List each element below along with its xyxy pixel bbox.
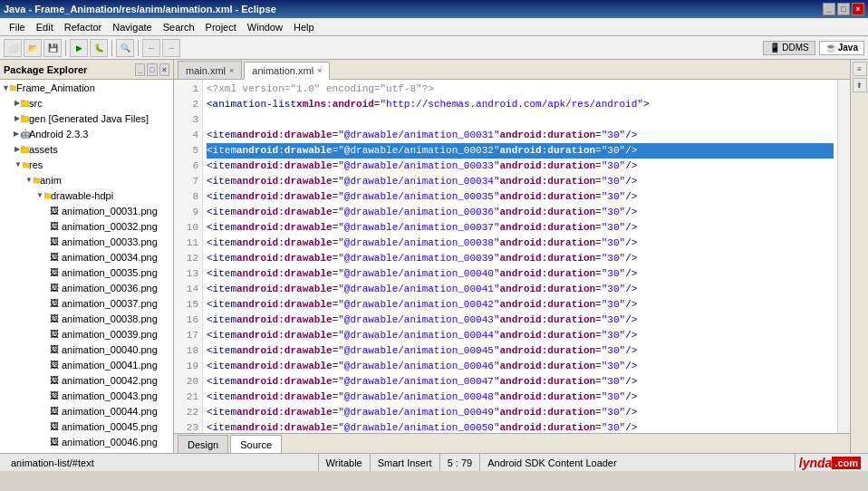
tree-item-21[interactable]: 🖼animation_00044.png (0, 403, 173, 419)
java-icon: ☕ (825, 43, 836, 53)
tree-label: animation_00046.png (62, 437, 158, 448)
tree-item-1[interactable]: ▶src (0, 95, 173, 111)
line-number-6: 6 (178, 159, 198, 174)
tree-item-24[interactable]: 🖼animation_00047.png (0, 449, 173, 453)
tree-item-6[interactable]: ▼anim (0, 172, 173, 188)
tree-item-10[interactable]: 🖼animation_00033.png (0, 234, 173, 249)
run-button[interactable]: ▶ (70, 39, 88, 57)
panel-close-button[interactable]: × (159, 63, 169, 76)
menu-edit[interactable]: Edit (31, 20, 59, 34)
line-number-20: 20 (178, 374, 198, 390)
back-button[interactable]: ← (142, 39, 160, 57)
editor-scrollbar[interactable] (837, 80, 850, 433)
tab-source[interactable]: Source (230, 435, 282, 453)
new-button[interactable]: ⬜ (4, 39, 22, 57)
tree-icon-file-png: 🖼 (47, 404, 62, 419)
tree-item-13[interactable]: 🖼animation_00036.png (0, 280, 173, 295)
tree-item-8[interactable]: 🖼animation_00031.png (0, 203, 173, 218)
menu-navigate[interactable]: Navigate (107, 20, 157, 34)
main-area: Package Explorer _ □ × ▼Frame_Animation▶… (0, 60, 868, 453)
panel-minimize-button[interactable]: _ (135, 63, 145, 76)
title-bar-controls[interactable]: _ □ × (823, 3, 864, 15)
code-line-10: <item android:drawable="@drawable/animat… (207, 220, 834, 236)
tree-icon-file-png: 🖼 (47, 312, 62, 326)
minimize-button[interactable]: _ (823, 3, 835, 15)
status-position: 5 : 79 (440, 454, 481, 471)
tree-label: animation_00034.png (62, 252, 158, 263)
tree-item-9[interactable]: 🖼animation_00032.png (0, 218, 173, 234)
right-toolbar-btn-1[interactable]: ≡ (853, 62, 867, 76)
code-line-16: <item android:drawable="@drawable/animat… (207, 313, 834, 328)
tree-icon-folder: ▼ (36, 188, 51, 203)
tree-item-12[interactable]: 🖼animation_00035.png (0, 265, 173, 280)
tab-animation-xml[interactable]: animation.xml × (244, 62, 330, 80)
panel-header: Package Explorer _ □ × (0, 60, 173, 80)
maximize-button[interactable]: □ (837, 3, 850, 15)
tree-item-19[interactable]: 🖼animation_00042.png (0, 372, 173, 388)
tree-item-14[interactable]: 🖼animation_00037.png (0, 295, 173, 311)
tree-label: animation_00043.png (62, 390, 158, 401)
line-number-8: 8 (178, 189, 198, 205)
tree-item-17[interactable]: 🖼animation_00040.png (0, 342, 173, 357)
forward-button[interactable]: → (162, 39, 180, 57)
bottom-tab-bar: Design Source (174, 433, 850, 453)
svg-rect-7 (21, 146, 24, 149)
right-toolbar-btn-2[interactable]: ⬆ (853, 78, 867, 92)
tree-icon-file-png: 🖼 (47, 450, 62, 454)
tree-label: assets (29, 144, 58, 155)
ddms-button[interactable]: 📱 DDMS (763, 41, 815, 55)
tree-item-11[interactable]: 🖼animation_00034.png (0, 249, 173, 265)
package-explorer-panel: Package Explorer _ □ × ▼Frame_Animation▶… (0, 60, 174, 453)
tab-design[interactable]: Design (178, 435, 228, 453)
line-number-13: 13 (178, 266, 198, 282)
tab-main-xml[interactable]: main.xml × (178, 61, 242, 79)
tree-item-7[interactable]: ▼drawable-hdpi (0, 188, 173, 203)
menu-project[interactable]: Project (200, 20, 242, 34)
line-number-5: 5 (178, 143, 198, 159)
tree-item-18[interactable]: 🖼animation_00041.png (0, 357, 173, 372)
panel-maximize-button[interactable]: □ (147, 63, 157, 76)
open-button[interactable]: 📂 (24, 39, 42, 57)
search-button[interactable]: 🔍 (116, 39, 134, 57)
toolbar-sep-3 (138, 40, 139, 56)
menu-file[interactable]: File (4, 20, 31, 34)
title-bar: Java - Frame_Animation/res/anim/animatio… (0, 0, 868, 18)
code-line-7: <item android:drawable="@drawable/animat… (207, 174, 834, 189)
line-number-12: 12 (178, 251, 198, 266)
tree-item-5[interactable]: ▼res (0, 157, 173, 172)
tree-icon-file-png: 🖼 (47, 419, 62, 434)
tree-item-20[interactable]: 🖼animation_00043.png (0, 388, 173, 403)
line-number-11: 11 (178, 236, 198, 251)
tree-label: animation_00042.png (62, 375, 158, 386)
toolbar-sep-1 (65, 40, 66, 56)
code-line-6: <item android:drawable="@drawable/animat… (207, 159, 834, 174)
code-line-20: <item android:drawable="@drawable/animat… (207, 374, 834, 390)
menu-refactor[interactable]: Refactor (59, 20, 108, 34)
code-area[interactable]: <?xml version="1.0" encoding="utf-8"?><a… (203, 80, 837, 433)
tree-item-0[interactable]: ▼Frame_Animation (0, 80, 173, 95)
tree-label: animation_00037.png (62, 298, 158, 309)
tree-item-2[interactable]: ▶gen [Generated Java Files] (0, 111, 173, 126)
save-button[interactable]: 💾 (43, 39, 62, 57)
menu-help[interactable]: Help (288, 20, 320, 34)
tree-item-3[interactable]: ▶🤖Android 2.3.3 (0, 126, 173, 141)
tree-label: src (29, 98, 43, 109)
menu-search[interactable]: Search (158, 20, 200, 34)
tree-item-4[interactable]: ▶assets (0, 141, 173, 157)
line-number-19: 19 (178, 359, 198, 374)
debug-button[interactable]: 🐛 (90, 39, 108, 57)
tree-item-23[interactable]: 🖼animation_00046.png (0, 434, 173, 449)
java-perspective-button[interactable]: ☕ Java (819, 41, 864, 55)
tree-item-22[interactable]: 🖼animation_00045.png (0, 419, 173, 434)
tree-icon-folder: ▶ (14, 96, 29, 111)
close-button[interactable]: × (852, 3, 864, 15)
tree-item-15[interactable]: 🖼animation_00038.png (0, 311, 173, 326)
code-line-14: <item android:drawable="@drawable/animat… (207, 282, 834, 297)
menu-window[interactable]: Window (242, 20, 288, 34)
tab-main-xml-close[interactable]: × (229, 66, 234, 75)
tab-animation-xml-close[interactable]: × (317, 66, 322, 75)
tree-item-16[interactable]: 🖼animation_00039.png (0, 326, 173, 342)
file-tree[interactable]: ▼Frame_Animation▶src▶gen [Generated Java… (0, 80, 173, 453)
code-line-22: <item android:drawable="@drawable/animat… (207, 405, 834, 420)
panel-controls[interactable]: _ □ × (135, 63, 169, 76)
